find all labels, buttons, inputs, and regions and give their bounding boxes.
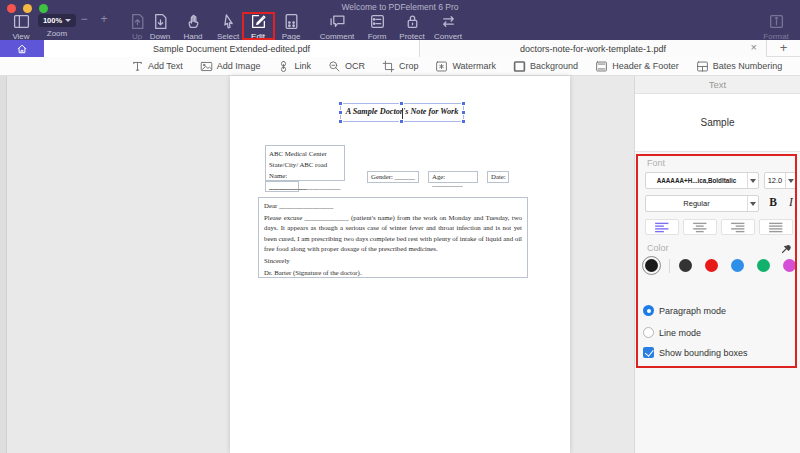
tool-crop[interactable]: Crop [382,60,419,73]
tool-label: Crop [399,61,419,71]
toolbar-label: Zoom [36,29,78,38]
font-size-dropdown[interactable]: 12.0 [764,172,797,189]
home-button[interactable] [0,40,44,57]
chevron-down-icon [750,202,756,206]
ocr-magnifier-icon [328,60,341,73]
zoom-out-button[interactable]: − [76,12,92,26]
main-toolbar: Welcome to PDFelement 6 Pro View 100% Zo… [0,0,800,40]
text-caret [402,108,403,119]
window-title: Welcome to PDFelement 6 Pro [0,2,800,12]
align-center-button[interactable] [683,219,717,235]
align-justify-button[interactable] [759,219,793,235]
resize-handle[interactable] [399,119,404,124]
show-bounding-boxes-label: Show bounding boxes [659,348,748,358]
tool-background[interactable]: Background [513,60,578,73]
letter-body: Please excuse _____________ (patient's n… [264,213,522,254]
color-swatch-magenta[interactable] [783,259,796,272]
align-right-button[interactable] [721,219,755,235]
lock-icon [404,13,421,30]
zoom-in-button[interactable]: + [96,12,112,26]
dropdown-arrow [785,173,796,188]
color-swatch-blue[interactable] [731,259,744,272]
zoom-value: 100% [43,16,62,25]
new-tab-button[interactable]: + [767,40,800,57]
select-cursor-icon [220,13,237,30]
font-size-value: 12.0 [765,176,785,185]
hand-icon [185,13,202,30]
font-name-value: AAAAAA+H...ica,BoldItalic [646,177,747,184]
close-tab-icon[interactable]: × [751,41,757,53]
tool-link[interactable]: Link [277,60,311,73]
eyedropper-button[interactable] [781,240,793,252]
align-right-icon [730,222,746,233]
tool-bates-numbering[interactable]: Bates Numbering [696,60,783,73]
tool-add-image[interactable]: Add Image [200,60,261,73]
resize-handle[interactable] [338,110,343,115]
tool-header-footer[interactable]: Header & Footer [595,60,679,73]
page-icon [283,13,300,30]
dropdown-arrow [747,196,758,211]
align-left-button[interactable] [645,219,679,235]
home-icon [16,43,28,55]
tool-add-text[interactable]: Add Text [131,60,183,73]
italic-button[interactable]: I [784,196,798,208]
letter-body-box[interactable]: Dear ________________ Please excuse ____… [258,197,528,278]
tool-label: Header & Footer [612,61,679,71]
resize-handle[interactable] [461,101,466,106]
toolbar-comment[interactable]: Comment [317,13,357,41]
tool-label: Add Text [148,61,183,71]
toolbar-view[interactable]: View [1,13,41,41]
tool-watermark[interactable]: Watermark [435,60,496,73]
link-icon [277,60,290,73]
selected-text-box[interactable]: A Sample Doctor's Note for Work [340,103,464,122]
resize-handle[interactable] [461,110,466,115]
toolbar-protect[interactable]: Protect [392,13,432,41]
zoom-level-dropdown[interactable]: 100% [38,14,76,27]
text-properties-panel: Text Sample Font AAAAAA+H...ica,BoldItal… [634,76,800,453]
line-mode-radio[interactable] [643,327,654,338]
age-field: Age: _________ [432,173,463,187]
tab-label: doctors-note-for-work-template-1.pdf [520,44,666,54]
toolbar-hand[interactable]: Hand [173,13,213,41]
font-name-dropdown[interactable]: AAAAAA+H...ica,BoldItalic [645,172,759,189]
chevron-down-icon [788,179,794,183]
gender-field-box[interactable]: Gender: ______ [367,171,419,183]
view-icon [13,13,30,30]
tab-active-document[interactable]: Sample Document Extended-edited.pdf [44,40,420,57]
font-style-dropdown[interactable]: Regular [645,195,759,212]
align-center-icon [692,222,708,233]
add-text-icon [131,60,144,73]
resize-handle[interactable] [399,101,404,106]
chevron-down-icon [65,19,71,22]
name-underline: ___________ [269,183,306,190]
color-swatch-selected[interactable] [645,259,658,272]
edit-tools-bar: Add Text Add Image Link OCR Crop Waterma… [0,57,800,76]
color-section-label: Color [647,243,669,253]
align-justify-icon [768,222,784,233]
color-swatch-black[interactable] [679,259,692,272]
tool-label: Background [530,61,578,71]
color-swatch-red[interactable] [705,259,718,272]
show-bounding-boxes-checkbox[interactable] [643,347,654,358]
toolbar-form[interactable]: Form [357,13,397,41]
resize-handle[interactable] [338,101,343,106]
tool-label: Watermark [452,61,496,71]
clinic-info-box[interactable]: ABC Medical Center State/City/ ABC road … [265,145,345,181]
bold-button[interactable]: B [766,196,780,208]
color-swatch-green[interactable] [757,259,770,272]
age-field-box[interactable]: Age: _________ [428,171,478,183]
paragraph-mode-label: Paragraph mode [659,306,726,316]
tool-ocr[interactable]: OCR [328,60,365,73]
edit-pencil-icon [250,13,267,30]
toolbar-format[interactable]: Format [756,13,796,41]
toolbar-convert[interactable]: Convert [428,13,468,41]
tool-label: Bates Numbering [713,61,783,71]
name-extension-box[interactable]: ___________ [265,181,299,192]
pdf-page[interactable]: A Sample Doctor's Note for Work ABC Medi… [230,76,570,453]
toolbar-page[interactable]: Page [271,13,311,41]
paragraph-mode-radio[interactable] [643,305,654,316]
resize-handle[interactable] [461,119,466,124]
date-field-box[interactable]: Date: [487,171,509,183]
tab-inactive-document[interactable]: doctors-note-for-work-template-1.pdf × [420,40,767,57]
resize-handle[interactable] [338,119,343,124]
